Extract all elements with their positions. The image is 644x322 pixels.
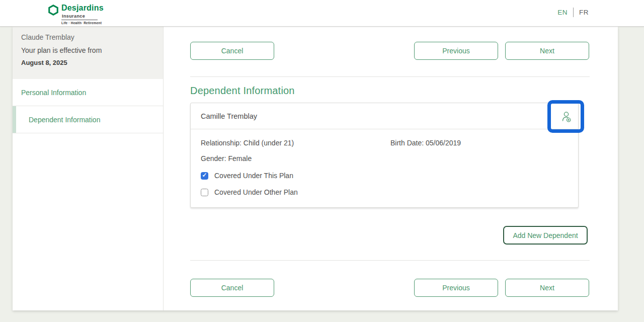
next-button[interactable]: Next: [505, 279, 589, 297]
logo-text: Desjardins Insurance Life · Health· Reti…: [61, 4, 104, 25]
gender-value: Female: [228, 154, 252, 163]
birth-date-field: Birth Date: 05/06/2019: [390, 139, 461, 147]
relationship-value: Child (under 21): [244, 139, 294, 147]
relationship-field: Relationship: Child (under 21): [201, 139, 390, 147]
desjardins-logo: Desjardins Insurance Life · Health· Reti…: [48, 4, 104, 25]
sidebar: Claude Tremblay Your plan is effective f…: [13, 27, 164, 310]
dependent-card: Camille Tremblay Relationship:: [190, 103, 579, 208]
content-area: Cancel Previous Next Dependent Informati…: [190, 27, 603, 310]
top-nav-buttons: Cancel Previous Next: [190, 42, 590, 60]
main-panel: Claude Tremblay Your plan is effective f…: [13, 27, 618, 310]
divider: [190, 260, 590, 261]
page-title: Dependent Information: [190, 85, 295, 97]
previous-button[interactable]: Previous: [414, 42, 498, 60]
dependent-card-header: Camille Tremblay: [191, 103, 578, 129]
covered-under-other-plan-row: Covered Under Other Plan: [201, 188, 568, 196]
language-en[interactable]: EN: [557, 9, 568, 16]
dependent-card-body: Relationship: Child (under 21) Birth Dat…: [191, 129, 578, 206]
checkbox-label: Covered Under Other Plan: [214, 188, 298, 196]
birth-date-value: 05/06/2019: [426, 139, 461, 147]
logo-tagline: Life · Health· Retirement: [61, 20, 104, 25]
covered-under-other-plan-checkbox[interactable]: [201, 189, 208, 196]
cancel-button[interactable]: Cancel: [190, 42, 274, 60]
logo-subtitle: Insurance: [61, 13, 98, 20]
covered-under-this-plan-row: Covered Under This Plan: [201, 172, 568, 180]
language-fr[interactable]: FR: [579, 9, 589, 16]
add-new-dependent-button[interactable]: Add New Dependent: [503, 226, 588, 245]
top-header: Desjardins Insurance Life · Health· Reti…: [0, 0, 644, 27]
gender-field: Gender: Female: [201, 154, 568, 163]
sidebar-user-summary: Claude Tremblay Your plan is effective f…: [13, 27, 163, 79]
sidebar-item-label: Personal Information: [21, 89, 86, 97]
plan-effective-date: August 8, 2025: [21, 59, 154, 66]
previous-button[interactable]: Previous: [414, 279, 498, 297]
sidebar-item-dependent-information[interactable]: Dependent Information: [13, 106, 163, 133]
page: Desjardins Insurance Life · Health· Reti…: [0, 0, 644, 322]
birth-date-label: Birth Date:: [390, 139, 426, 147]
cancel-button[interactable]: Cancel: [190, 279, 274, 297]
dependent-name: Camille Tremblay: [201, 112, 257, 120]
next-button[interactable]: Next: [505, 42, 589, 60]
plan-effective-text: Your plan is effective from: [21, 46, 154, 54]
covered-under-this-plan-checkbox[interactable]: [201, 172, 208, 180]
language-switcher: EN FR: [557, 8, 589, 17]
relationship-birthdate-row: Relationship: Child (under 21) Birth Dat…: [201, 139, 568, 147]
sidebar-item-label: Dependent Information: [29, 116, 100, 124]
remove-dependent-icon: [560, 110, 574, 124]
user-name: Claude Tremblay: [21, 33, 154, 41]
hexagon-logo-icon: [48, 5, 59, 16]
gender-label: Gender:: [201, 154, 226, 163]
checkbox-label: Covered Under This Plan: [214, 172, 293, 180]
divider: [190, 76, 590, 77]
logo-brand: Desjardins: [61, 4, 104, 13]
bottom-nav-buttons: Cancel Previous Next: [190, 279, 590, 297]
relationship-label: Relationship:: [201, 139, 242, 147]
remove-dependent-button[interactable]: [559, 110, 574, 124]
sidebar-item-personal-information[interactable]: Personal Information: [13, 79, 163, 106]
language-divider: [573, 8, 574, 17]
